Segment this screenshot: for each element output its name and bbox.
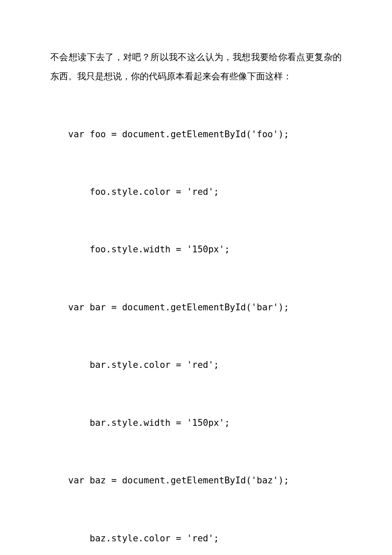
intro-paragraph: 不会想读下去了，对吧？所以我不这么认为，我想我要给你看点更复杂的东西。我只是想说… <box>50 48 342 86</box>
document-page: 不会想读下去了，对吧？所以我不这么认为，我想我要给你看点更复杂的东西。我只是想说… <box>0 0 392 555</box>
code-line: var baz = document.getElementById('baz')… <box>68 471 342 490</box>
code-line: foo.style.width = '150px'; <box>68 240 342 259</box>
code-line: var foo = document.getElementById('foo')… <box>68 125 342 144</box>
code-line: foo.style.color = 'red'; <box>68 182 342 202</box>
code-line: bar.style.width = '150px'; <box>68 413 342 433</box>
code-line: var bar = document.getElementById('bar')… <box>68 298 342 317</box>
code-block-1: var foo = document.getElementById('foo')… <box>50 86 342 555</box>
code-line: baz.style.color = 'red'; <box>68 529 342 548</box>
code-line: bar.style.color = 'red'; <box>68 356 342 375</box>
